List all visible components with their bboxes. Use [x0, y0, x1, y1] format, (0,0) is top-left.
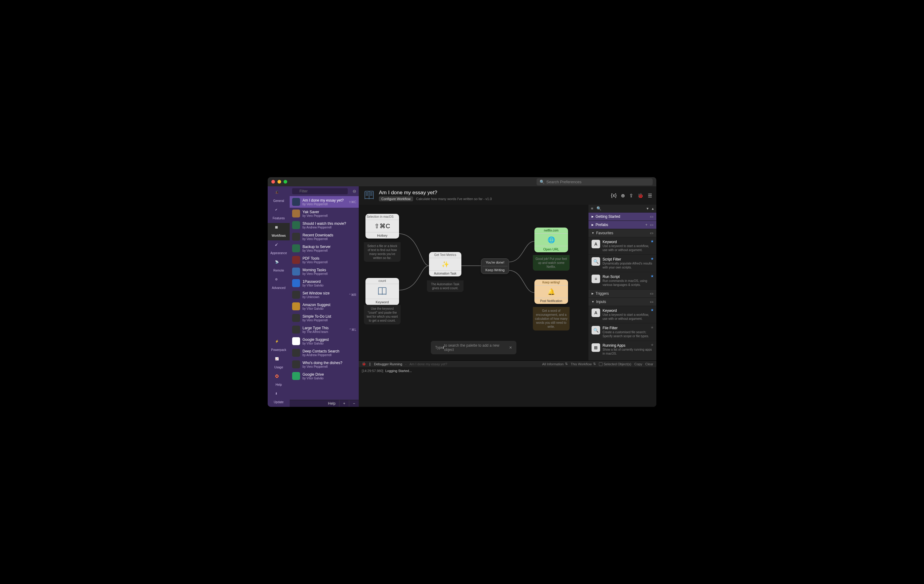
workflow-list-item[interactable]: Simple To-Do List by Vero Pepperrell [290, 312, 359, 324]
workflow-item-shortcut: ⌃⌘R [349, 293, 356, 296]
window-icon[interactable]: ▭ [650, 223, 653, 227]
plus-icon[interactable]: + [645, 223, 647, 227]
collapse-up-icon[interactable]: ▴ [652, 206, 654, 211]
object-palette: ≡ 🔍 ▾ ▴ ▶ Getting Started ▭ ▶ Prefabs +▭ [589, 205, 656, 360]
variables-icon[interactable]: {x} [611, 193, 617, 199]
rail-powerpack[interactable]: ⚡ Powerpack [268, 337, 290, 355]
star-icon[interactable]: ★ [650, 308, 654, 312]
add-workflow-button[interactable]: + [340, 400, 349, 407]
node-conditional[interactable]: You're done! Keep Writing [481, 258, 509, 274]
workflow-list-item[interactable]: Deep Contacts Search by Andrew Pepperrel… [290, 347, 359, 359]
scope-select[interactable]: This Workflow ⇅ [571, 362, 596, 366]
chart-icon: 📈 [275, 357, 282, 364]
window-icon[interactable]: ▭ [650, 214, 653, 219]
rail-usage[interactable]: 📈 Usage [268, 355, 290, 372]
workflow-list-item[interactable]: Large Type This by The Alfred team ⌃⌘L [290, 324, 359, 336]
rail-workflows[interactable]: ▦ Workflows [268, 223, 290, 240]
filter-options-button[interactable]: ⊝ [353, 189, 356, 194]
rail-update[interactable]: ⬇ Update [268, 390, 290, 407]
node-keyword[interactable]: count Keyword [365, 278, 399, 305]
palette-item[interactable]: 🔍 Script Filter Dynamically populate Alf… [589, 255, 656, 272]
workflow-list-item[interactable]: Morning Tasks by Vero Pepperrell [290, 266, 359, 277]
rail-help[interactable]: 🛟 Help [268, 372, 290, 390]
workflow-list[interactable]: Am I done my essay yet? by Vero Pepperre… [290, 196, 359, 400]
debug-icon[interactable]: 🐞 [637, 193, 644, 199]
workflow-list-item[interactable]: Who's doing the dishes? by Vero Pepperre… [290, 359, 359, 370]
rail-features[interactable]: ✔ Features [268, 206, 290, 223]
section-triggers[interactable]: ▶ Triggers ▭ [589, 289, 656, 298]
star-icon[interactable]: ★ [650, 257, 654, 261]
workflow-list-item[interactable]: Set Window size by Unknown ⌃⌘R [290, 289, 359, 301]
log-level-select[interactable]: All Information ⇅ [542, 362, 568, 366]
configure-workflow-button[interactable]: Configure Workflow [379, 196, 413, 201]
workflow-list-item[interactable]: Should I watch this movie? by Andrew Pep… [290, 219, 359, 231]
rail-remote[interactable]: 📡 Remote [268, 258, 290, 275]
palette-item[interactable]: ⊞ Running Apps Show a list of currently … [589, 341, 656, 358]
selected-objects-toggle[interactable]: Selected Object(s) [599, 362, 631, 366]
list-icon[interactable]: ≡ [591, 206, 593, 211]
window-icon[interactable]: ▭ [650, 291, 653, 296]
section-inputs[interactable]: ▼ Inputs ▭ [589, 298, 656, 306]
palette-search-hint[interactable]: Type / to search the palette to add a ne… [431, 341, 516, 354]
node-post-notification[interactable]: Keep writing! 🔔 Post Notification [535, 280, 568, 304]
workflow-list-item[interactable]: Yak Saver by Vero Pepperrell [290, 208, 359, 219]
star-icon[interactable]: ★ [650, 274, 654, 278]
export-icon[interactable]: ⇪ [629, 193, 633, 199]
filter-input[interactable] [292, 188, 348, 194]
window-icon[interactable]: ▭ [650, 231, 653, 235]
workflow-item-title: Simple To-Do List [302, 314, 356, 319]
node-hotkey[interactable]: Selection in macOS ⇧⌘C Hotkey [365, 214, 399, 239]
rail-general[interactable]: 🎩 General [268, 188, 290, 206]
minimize-window-button[interactable] [277, 180, 281, 184]
palette-item-title: Keyword [602, 309, 653, 313]
clear-button[interactable]: Clear [645, 362, 653, 366]
workflow-list-item[interactable]: 1Password by Vítor Galvão [290, 277, 359, 289]
palette-item[interactable]: 🔍 File Filter Create a customised file s… [589, 323, 656, 341]
star-icon[interactable]: ★ [650, 343, 654, 347]
workflow-item-author: by Unknown [302, 295, 346, 299]
node-open-url[interactable]: netflix.com 🌐 Open URL [535, 227, 568, 252]
workflow-item-icon [292, 291, 300, 299]
workflow-list-item[interactable]: Am I done my essay yet? by Vero Pepperre… [290, 196, 359, 208]
star-icon[interactable]: ★ [650, 239, 654, 243]
palette-item[interactable]: A Keyword Use a keyword to start a workf… [589, 306, 656, 323]
remove-workflow-button[interactable]: − [349, 400, 359, 407]
workflow-list-item[interactable]: Recent Downloads by Vero Pepperrell [290, 231, 359, 242]
node-metrics[interactable]: Get Text Metrics ✨ Automation Task [429, 252, 461, 276]
close-window-button[interactable] [271, 180, 275, 184]
section-favourites[interactable]: ▼ Favourites ▭ [589, 229, 656, 237]
zoom-window-button[interactable] [284, 180, 287, 184]
rail-advanced[interactable]: ⚙ Advanced [268, 275, 290, 293]
menu-icon[interactable]: ☰ [648, 193, 652, 199]
palette-item-desc: Run commands in macOS, using various lan… [602, 279, 653, 287]
palette-item[interactable]: A Keyword Use a keyword to start a workf… [589, 237, 656, 255]
pause-icon[interactable]: ‖ [369, 362, 371, 366]
palette-item-icon: A [592, 309, 600, 317]
debugger-log[interactable]: [14:29:57.980] Logging Started... [359, 367, 656, 407]
workflow-list-item[interactable]: Backup to Server by Vero Pepperrell [290, 242, 359, 254]
star-icon[interactable]: ★ [650, 325, 654, 329]
workflow-item-icon [292, 360, 300, 368]
collapse-down-icon[interactable]: ▾ [647, 206, 649, 211]
workflow-item-icon [292, 244, 300, 252]
add-object-icon[interactable]: ⊕ [621, 193, 625, 199]
section-getting-started[interactable]: ▶ Getting Started ▭ [589, 212, 656, 220]
help-button[interactable]: Help [324, 400, 340, 407]
palette-item-icon: ≡ [592, 275, 600, 283]
workflow-list-item[interactable]: PDF Tools by Vero Pepperrell [290, 254, 359, 266]
workflow-canvas[interactable]: Selection in macOS ⇧⌘C Hotkey Select a f… [359, 205, 589, 360]
search-icon[interactable]: 🔍 [596, 206, 601, 211]
close-icon[interactable]: ✕ [509, 345, 512, 350]
search-preferences-input[interactable]: 🔍 Search Preferences [536, 178, 653, 186]
palette-item-icon: 🔍 [592, 257, 600, 266]
workflow-list-item[interactable]: Amazon Suggest by Vítor Galvão [290, 301, 359, 312]
bug-icon[interactable]: 🐞 [362, 362, 366, 366]
workflow-list-item[interactable]: Google Drive by Vítor Galvão [290, 370, 359, 382]
copy-button[interactable]: Copy [634, 362, 642, 366]
workflow-item-title: Who's doing the dishes? [302, 361, 356, 365]
rail-appearance[interactable]: 🖌 Appearance [268, 240, 290, 258]
workflow-list-item[interactable]: Google Suggest by Vítor Galvão [290, 336, 359, 347]
palette-item[interactable]: ≡ Run Script Run commands in macOS, usin… [589, 272, 656, 289]
section-prefabs[interactable]: ▶ Prefabs +▭ [589, 220, 656, 229]
window-icon[interactable]: ▭ [650, 299, 653, 304]
